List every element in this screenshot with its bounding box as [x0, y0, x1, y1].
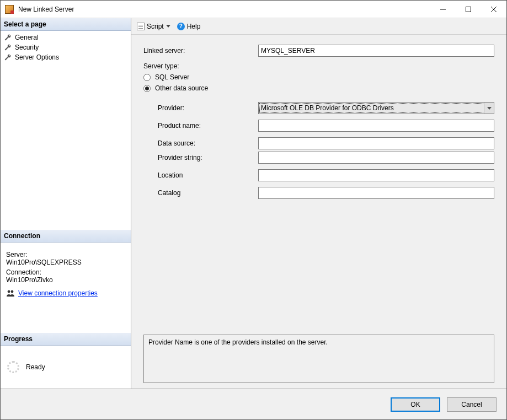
- window-controls: [430, 1, 506, 18]
- product-name-input[interactable]: [258, 120, 494, 132]
- radio-icon: [143, 74, 151, 81]
- app-icon: [5, 5, 14, 14]
- sidebar-item-security[interactable]: Security: [1, 42, 131, 52]
- catalog-input[interactable]: [258, 187, 494, 199]
- catalog-label: Catalog: [143, 189, 258, 197]
- connection-value: Win10Pro\Zivko: [6, 276, 125, 284]
- radio-other-label: Other data source: [155, 84, 208, 92]
- ok-label: OK: [410, 401, 420, 408]
- ok-button[interactable]: OK: [391, 397, 440, 412]
- progress-status: Ready: [26, 363, 45, 371]
- provider-select[interactable]: Microsoft OLE DB Provider for ODBC Drive…: [258, 102, 494, 114]
- progress-header: Progress: [1, 333, 131, 346]
- toolbar: Script ? Help: [131, 18, 506, 35]
- product-name-label: Product name:: [143, 122, 258, 130]
- close-button[interactable]: [481, 1, 506, 18]
- connection-header: Connection: [1, 230, 131, 243]
- help-icon: ?: [177, 23, 185, 30]
- help-button[interactable]: ? Help: [175, 21, 203, 31]
- location-label: Location: [143, 171, 258, 179]
- people-icon: [6, 289, 15, 297]
- svg-rect-1: [466, 7, 471, 12]
- linked-server-input[interactable]: [258, 45, 494, 57]
- progress-panel: Ready: [1, 346, 131, 389]
- server-type-label: Server type:: [143, 62, 258, 70]
- provider-value: Microsoft OLE DB Provider for ODBC Drive…: [261, 104, 394, 112]
- radio-icon: [143, 85, 151, 92]
- connection-label: Connection:: [6, 268, 125, 276]
- cancel-button[interactable]: Cancel: [447, 397, 497, 412]
- help-label: Help: [187, 23, 201, 30]
- sidebar-item-label: Security: [15, 44, 39, 51]
- location-input[interactable]: [258, 169, 494, 181]
- form-area: Linked server: Server type: SQL Server O…: [131, 35, 506, 389]
- sidebar-item-server-options[interactable]: Server Options: [1, 52, 131, 62]
- sidebar-item-label: Server Options: [15, 53, 59, 61]
- page-list: General Security Server Options: [1, 31, 131, 230]
- sidebar: Select a page General Security Server Op…: [1, 18, 131, 389]
- workspace: Select a page General Security Server Op…: [1, 18, 506, 389]
- wrench-icon: [4, 34, 12, 41]
- window-title: New Linked Server: [18, 6, 430, 13]
- view-connection-properties-link[interactable]: View connection properties: [18, 289, 98, 297]
- hint-text: Provider Name is one of the providers in…: [148, 338, 328, 346]
- button-bar: OK Cancel: [1, 389, 506, 419]
- data-source-input[interactable]: [258, 137, 494, 149]
- svg-point-5: [11, 290, 14, 293]
- svg-point-4: [8, 290, 10, 293]
- hint-box: Provider Name is one of the providers in…: [143, 335, 494, 383]
- wrench-icon: [4, 44, 12, 51]
- select-page-header: Select a page: [1, 18, 131, 31]
- radio-sql-server-label: SQL Server: [155, 73, 189, 81]
- data-source-label: Data source:: [143, 139, 258, 147]
- chevron-down-icon: [484, 103, 494, 114]
- connection-panel: Server: Win10Pro\SQLEXPRESS Connection: …: [1, 243, 131, 333]
- right-pane: Script ? Help Linked server: Server type…: [131, 18, 506, 389]
- maximize-button[interactable]: [456, 1, 481, 18]
- script-label: Script: [147, 23, 164, 30]
- server-label: Server:: [6, 251, 125, 259]
- cancel-label: Cancel: [461, 401, 482, 408]
- linked-server-label: Linked server:: [143, 47, 258, 55]
- progress-spinner-icon: [7, 361, 19, 373]
- titlebar: New Linked Server: [1, 1, 506, 18]
- script-button[interactable]: Script: [135, 21, 173, 31]
- server-value: Win10Pro\SQLEXPRESS: [6, 259, 125, 266]
- radio-sql-server[interactable]: SQL Server: [143, 73, 494, 81]
- wrench-icon: [4, 53, 12, 61]
- radio-other-data-source[interactable]: Other data source: [143, 84, 494, 92]
- script-icon: [137, 23, 145, 30]
- sidebar-item-label: General: [15, 34, 39, 41]
- sidebar-item-general[interactable]: General: [1, 33, 131, 42]
- provider-string-label: Provider string:: [143, 154, 258, 161]
- minimize-button[interactable]: [430, 1, 456, 18]
- provider-string-input[interactable]: [258, 152, 494, 164]
- chevron-down-icon: [166, 25, 170, 28]
- provider-label: Provider:: [143, 104, 258, 112]
